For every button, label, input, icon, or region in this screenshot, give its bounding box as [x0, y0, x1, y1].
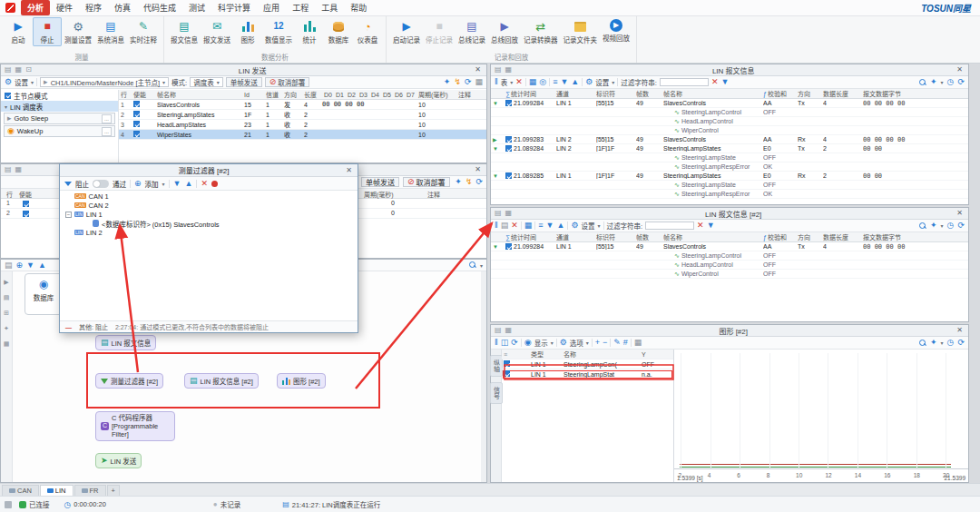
enable-checkbox[interactable] — [133, 131, 140, 137]
sort-icon[interactable]: ≡ — [553, 78, 557, 86]
table-mode-button[interactable]: 表 — [501, 77, 508, 87]
chevron-down-icon[interactable]: ▾ — [480, 262, 483, 269]
master-mode-row[interactable]: 主节点模式 — [1, 90, 118, 101]
clear-filter-icon[interactable]: ✕ — [697, 222, 704, 230]
flow-node-database[interactable]: ◉ 数据库 — [24, 273, 63, 315]
clock-icon[interactable]: ◷ — [947, 339, 955, 347]
menu-item[interactable]: 硬件 — [50, 0, 79, 15]
chart-area[interactable]: 1.5399 [s] 21.5399 2 4 6 8 — [674, 350, 968, 482]
edit-icon[interactable]: ✎ — [613, 339, 621, 347]
tree-item[interactable]: CAN CAN 1 — [60, 192, 358, 201]
add-icon[interactable]: ⊕ — [134, 180, 142, 188]
menu-item[interactable]: 应用 — [257, 0, 286, 15]
enable-checkbox[interactable] — [133, 111, 140, 117]
menu-item[interactable]: 仿真 — [108, 0, 137, 15]
tree-item[interactable]: − LIN LIN 1 — [60, 210, 358, 219]
close-icon[interactable]: ✕ — [955, 327, 965, 334]
tree-item[interactable]: LIN LIN 2 — [60, 228, 358, 237]
list-icon[interactable]: ▤ — [5, 261, 13, 270]
menu-item[interactable]: 工具 — [315, 0, 344, 15]
message-row[interactable]: ∿SteeringLampState OFF — [491, 153, 968, 162]
bus-tab[interactable]: FR — [74, 485, 106, 496]
tree-item[interactable]: CAN CAN 2 — [60, 201, 358, 210]
pin-icon[interactable]: ▦ — [505, 327, 513, 334]
ribbon-button[interactable]: 图形 — [233, 17, 262, 46]
send-table-row[interactable]: 4 WiperStates 21 1 收 2 10 — [119, 130, 486, 140]
flow-node-graph[interactable]: 图形 [#2] — [277, 373, 326, 389]
expand-triangle-icon[interactable]: ▼ — [493, 173, 505, 179]
message-row[interactable]: ∿HeadLampControl OFF — [491, 261, 968, 270]
expand-triangle-icon[interactable]: ▼ — [493, 146, 505, 152]
filter-input[interactable] — [660, 78, 709, 86]
add-node-icon[interactable]: ⊕ — [16, 261, 24, 270]
close-icon[interactable]: ✕ — [473, 66, 483, 74]
move-up-icon[interactable]: ▲ — [38, 261, 46, 270]
more-button[interactable]: ... — [102, 127, 112, 136]
graph-side-tab[interactable]: 信号 — [490, 382, 503, 404]
undeploy-button[interactable]: ⊘取消部署 — [265, 77, 310, 87]
flash-icon[interactable]: ✦ — [444, 78, 451, 86]
send-table-row[interactable]: 2 SteeringLampStates 1F 1 收 2 10 — [119, 110, 486, 120]
add-icon[interactable]: ⊞ — [4, 310, 9, 317]
ribbon-button[interactable]: 报文发送 — [201, 17, 233, 46]
ribbon-button[interactable]: 报文信息 — [168, 17, 201, 46]
close-icon[interactable]: ✕ — [344, 167, 354, 174]
flash-icon[interactable]: ✦ — [930, 339, 937, 347]
layout-icon[interactable]: ▦ — [634, 339, 642, 347]
options-button[interactable]: 选项 — [570, 338, 583, 348]
bus-tab[interactable]: + — [107, 485, 120, 496]
menu-item[interactable]: 程序 — [79, 0, 108, 15]
dock-icon[interactable]: ▤ — [5, 66, 12, 74]
expander-icon[interactable]: − — [65, 212, 72, 218]
refresh-icon[interactable]: ⟳ — [957, 222, 965, 230]
ribbon-button[interactable]: 测量设置 — [62, 17, 94, 46]
dialog-title-bar[interactable]: 测量过滤器 [#2] ✕ — [60, 164, 358, 177]
pin-icon[interactable]: ▦ — [505, 210, 513, 217]
zoom-in-icon[interactable]: + — [595, 339, 600, 347]
goto-sleep-button[interactable]: ▸ Goto Sleep ... — [4, 113, 115, 124]
down-icon[interactable]: ▼ — [546, 222, 554, 230]
master-mode-checkbox[interactable] — [5, 93, 11, 99]
message-row[interactable]: ∿SteeringLampRespError OK — [491, 190, 968, 199]
up-icon[interactable]: ▲ — [556, 222, 564, 230]
trigger-icon[interactable]: ↯ — [466, 178, 473, 186]
message-row[interactable]: ▼ 21.089285 LIN 1 [1F]1F 49 ∿SteeringLam… — [491, 172, 968, 181]
ribbon-button[interactable]: 记录文件夹 — [561, 17, 601, 46]
grid-icon[interactable]: # — [623, 339, 628, 347]
add-button[interactable]: 添加 — [145, 179, 159, 189]
send-once-button[interactable]: 单帧发送 — [361, 177, 399, 187]
send-table-row[interactable]: 1 SlavesControls 15 1 发 4 00 00 00 00 10 — [119, 100, 486, 110]
menu-item[interactable]: 代码生成 — [137, 0, 182, 15]
message-row[interactable]: ∿SteeringLampControl OFF — [491, 251, 968, 261]
ribbon-button[interactable]: 总线记录 — [456, 17, 488, 46]
schedule-table-item[interactable]: ▾ LIN 调度表 — [1, 101, 118, 112]
flow-node-filter[interactable]: 测量过滤器 [#2] — [95, 373, 163, 389]
ribbon-button[interactable]: 仪表盘 — [353, 17, 382, 46]
ribbon-button[interactable]: 启动 — [4, 17, 33, 46]
legend-row[interactable]: LIN 1 SteeringLampCon( OFF — [502, 359, 673, 369]
chevron-down-icon[interactable]: ▾ — [941, 222, 944, 229]
row-checkbox[interactable] — [505, 172, 512, 179]
expand-triangle-icon[interactable]: ▼ — [493, 101, 505, 106]
panel-icon[interactable]: ▤ — [4, 294, 10, 301]
message-row[interactable]: ∿SteeringLampControl OFF — [491, 108, 968, 117]
tree-item[interactable]: <数据库标识符> (0x15) SlavesControls — [60, 219, 358, 228]
settings-button[interactable]: 设置 — [15, 77, 28, 87]
row-checkbox[interactable] — [505, 136, 512, 143]
delete-icon[interactable]: ✕ — [201, 180, 208, 188]
refresh-icon[interactable]: ⟳ — [511, 339, 518, 347]
dock-icon[interactable]: ▤ — [495, 327, 502, 334]
message-row[interactable]: ▼ 21.099284 LIN 1 [55]15 49 ∿SlavesContr… — [491, 99, 968, 108]
ribbon-button[interactable]: 实时注释 — [127, 17, 160, 46]
trigger-icon[interactable]: ↯ — [454, 78, 461, 86]
float-icon[interactable]: ⊡ — [25, 66, 32, 74]
refresh-icon[interactable]: ⟳ — [957, 78, 965, 86]
ribbon-button[interactable]: 停止记录 — [423, 17, 456, 46]
pin-icon[interactable]: ▦ — [15, 166, 23, 173]
pause-icon[interactable]: ‖ — [495, 222, 498, 230]
expand-triangle-icon[interactable]: ▶ — [493, 136, 505, 143]
row-checkbox[interactable] — [505, 100, 512, 106]
search-icon[interactable] — [469, 261, 476, 269]
clear-icon[interactable]: ✕ — [515, 78, 523, 86]
ribbon-button[interactable]: 视频回放 — [600, 17, 632, 44]
